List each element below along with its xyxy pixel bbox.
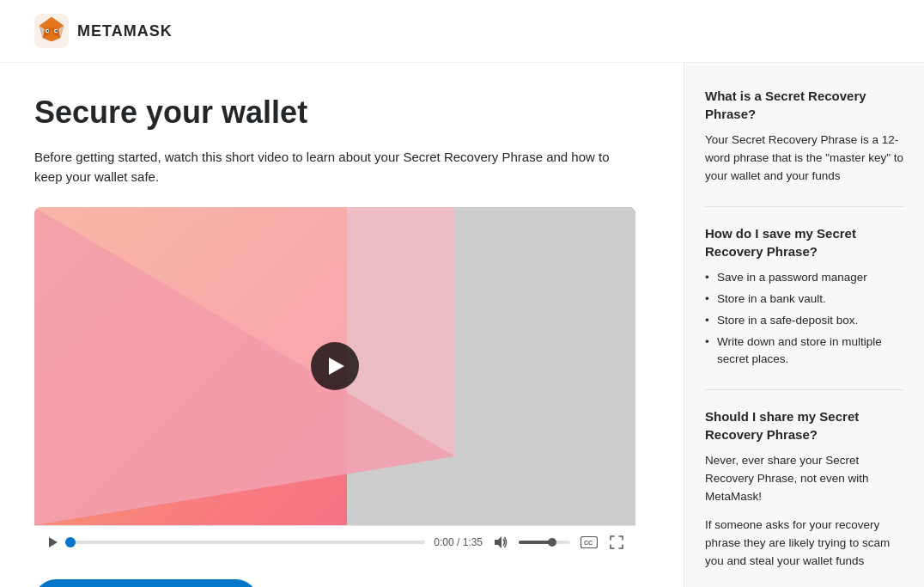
sidebar-section-what-is-srp: What is a Secret Recovery Phrase? Your S…	[705, 87, 903, 186]
video-controls: 0:00 / 1:35	[34, 525, 635, 559]
time-display: 0:00 / 1:35	[434, 536, 483, 548]
time-separator: /	[457, 536, 463, 548]
progress-dot	[65, 537, 76, 547]
progress-bar[interactable]	[70, 541, 425, 544]
header: METAMASK	[0, 0, 924, 63]
volume-dot	[548, 538, 556, 547]
current-time: 0:00	[434, 536, 453, 548]
video-player: 0:00 / 1:35	[34, 207, 635, 559]
save-tips-list: Save in a password manager Store in a ba…	[705, 269, 903, 370]
divider-2	[705, 389, 903, 390]
svg-marker-16	[49, 537, 58, 547]
left-content: Secure your wallet Before getting starte…	[0, 63, 684, 587]
svg-point-13	[55, 30, 57, 32]
volume-button[interactable]	[491, 533, 510, 552]
list-item: Write down and store in multiple secret …	[705, 333, 903, 370]
next-button[interactable]: Next	[34, 579, 258, 587]
sidebar-body-share-2: If someone asks for your recovery phrase…	[705, 517, 903, 571]
sidebar-section-how-to-save: How do I save my Secret Recovery Phrase?…	[705, 224, 903, 370]
list-item: Store in a bank vault.	[705, 290, 903, 309]
list-item: Store in a safe-deposit box.	[705, 312, 903, 330]
page-subtitle: Before getting started, watch this short…	[34, 148, 618, 186]
right-sidebar: What is a Secret Recovery Phrase? Your S…	[684, 63, 924, 587]
sidebar-title-how-to-save: How do I save my Secret Recovery Phrase?	[705, 224, 903, 260]
page-title: Secure your wallet	[34, 94, 649, 131]
list-item: Save in a password manager	[705, 269, 903, 287]
svg-point-12	[46, 30, 48, 32]
logo-text: METAMASK	[77, 22, 173, 40]
svg-marker-17	[495, 536, 502, 548]
play-pause-icon	[46, 535, 60, 549]
sidebar-body-share-1: Never, ever share your Secret Recovery P…	[705, 452, 903, 506]
sidebar-body-what-is-srp: Your Secret Recovery Phrase is a 12-word…	[705, 131, 903, 186]
video-frame[interactable]	[34, 207, 635, 525]
fullscreen-icon	[610, 535, 623, 549]
captions-icon: CC	[581, 536, 598, 548]
volume-icon	[493, 535, 508, 550]
captions-button[interactable]: CC	[579, 535, 599, 550]
play-pause-button[interactable]	[45, 534, 62, 551]
sidebar-section-should-share: Should I share my Secret Recovery Phrase…	[705, 407, 903, 571]
main-container: Secure your wallet Before getting starte…	[0, 63, 924, 587]
play-icon	[329, 358, 344, 375]
play-button[interactable]	[311, 342, 359, 390]
total-time: 1:35	[463, 536, 483, 548]
volume-bar[interactable]	[519, 541, 570, 544]
sidebar-title-what-is-srp: What is a Secret Recovery Phrase?	[705, 87, 903, 123]
divider-1	[705, 206, 903, 207]
svg-text:CC: CC	[584, 540, 593, 546]
fullscreen-button[interactable]	[608, 534, 625, 551]
sidebar-title-should-share: Should I share my Secret Recovery Phrase…	[705, 407, 903, 443]
metamask-logo-icon	[34, 14, 69, 48]
